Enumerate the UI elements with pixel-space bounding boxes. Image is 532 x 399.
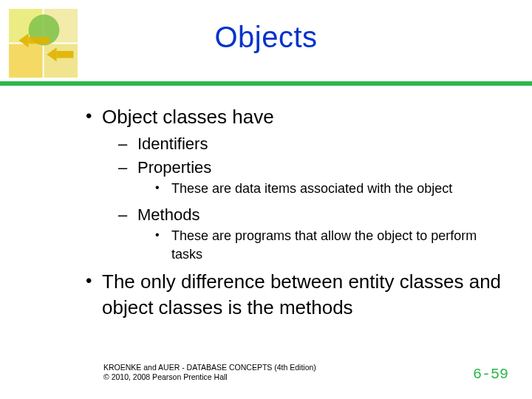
- footer-line: © 2010, 2008 Pearson Prentice Hall: [103, 372, 316, 383]
- slide-body: Object classes have Identifiers Properti…: [81, 100, 502, 324]
- bullet-level2: Identifiers: [118, 133, 502, 155]
- bullet-level1: The only difference between entity class…: [81, 269, 502, 321]
- bullet-level1: Object classes have: [81, 104, 502, 130]
- slide: { "title": "Objects", "bullets": { "b0":…: [0, 0, 532, 399]
- bullet-level3: These are programs that allow the object…: [155, 227, 502, 263]
- bullet-level3: These are data items associated with the…: [155, 180, 502, 197]
- page-number: 6-59: [473, 366, 508, 383]
- title-divider: [0, 81, 532, 86]
- bullet-level2: Methods: [118, 204, 502, 226]
- footer-text: KROENKE and AUER - DATABASE CONCEPTS (4t…: [103, 363, 316, 383]
- footer-line: KROENKE and AUER - DATABASE CONCEPTS (4t…: [103, 363, 316, 373]
- bullet-level2: Properties: [118, 157, 502, 179]
- slide-title: Objects: [0, 21, 532, 54]
